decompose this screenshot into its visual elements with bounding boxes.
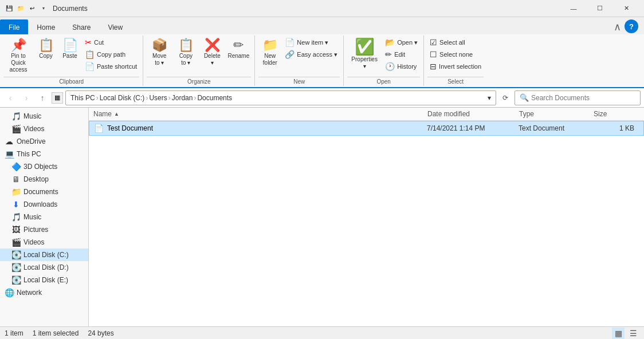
select-all-button[interactable]: ☑ Select all xyxy=(427,37,484,48)
new-folder-label: Newfolder xyxy=(263,53,277,66)
save-icon[interactable]: 💾 xyxy=(5,4,14,13)
videos-quick-icon: 🎬 xyxy=(11,124,21,133)
open-icon: 📂 xyxy=(385,38,395,47)
search-icon: 🔍 xyxy=(520,93,529,102)
copy-path-label: Copy path xyxy=(97,51,125,58)
sidebar-item-this-pc[interactable]: 💻 This PC xyxy=(0,148,88,160)
file-header: Name ▲ Date modified Type Size xyxy=(89,108,644,121)
sidebar-item-3d-objects[interactable]: 🔷 3D Objects xyxy=(0,160,88,173)
cut-button[interactable]: ✂ Cut xyxy=(83,37,139,48)
sidebar-item-videos-quick[interactable]: 🎬 Videos xyxy=(0,123,88,135)
new-item-button[interactable]: 📄 New item ▾ xyxy=(282,37,340,48)
sidebar-item-desktop[interactable]: 🖥 Desktop xyxy=(0,173,88,186)
sidebar-item-network[interactable]: 🌐 Network xyxy=(0,286,88,299)
status-item-count: 1 item xyxy=(5,329,23,337)
sidebar: 🎵 Music 🎬 Videos ☁ OneDrive 💻 This PC 🔷 … xyxy=(0,108,89,326)
easy-access-button[interactable]: 🔗 Easy access ▾ xyxy=(282,49,340,60)
sidebar-item-local-disk-d[interactable]: 💽 Local Disk (D:) xyxy=(0,261,88,274)
copy-button[interactable]: 📋 Copy xyxy=(34,37,57,62)
view-details-button[interactable]: ▦ xyxy=(612,328,625,339)
refresh-button[interactable]: ⟳ xyxy=(498,91,512,105)
path-segment-localdisk[interactable]: Local Disk (C:) xyxy=(100,94,145,102)
tab-share[interactable]: Share xyxy=(64,19,99,34)
help-button[interactable]: ? xyxy=(625,19,638,33)
copy-path-button[interactable]: 📋 Copy path xyxy=(83,49,139,60)
open-label: Open ▾ xyxy=(397,39,418,46)
move-to-label: Move to ▾ xyxy=(150,53,168,66)
sidebar-item-downloads[interactable]: ⬇ Downloads xyxy=(0,198,88,211)
path-segment-users[interactable]: Users xyxy=(149,94,167,102)
file-area: Name ▲ Date modified Type Size 📄 Test Do… xyxy=(89,108,644,326)
sidebar-item-music[interactable]: 🎵 Music xyxy=(0,211,88,223)
tab-view[interactable]: View xyxy=(99,19,131,34)
minimize-button[interactable]: — xyxy=(560,0,587,17)
col-header-date[interactable]: Date modified xyxy=(427,110,519,118)
copy-path-icon: 📋 xyxy=(85,50,95,59)
properties-button[interactable]: ✅ Properties ▾ xyxy=(347,37,382,72)
new-group-label: New xyxy=(258,77,340,85)
copy-icon: 📋 xyxy=(38,39,54,52)
sidebar-item-documents[interactable]: 📁 Documents xyxy=(0,186,88,198)
edit-icon: ✏ xyxy=(385,50,392,59)
nav-back-button[interactable]: ‹ xyxy=(3,91,17,105)
window-title: Documents xyxy=(53,5,88,13)
pin-button[interactable]: 📌 Pin to Quickaccess xyxy=(3,37,33,76)
sidebar-item-pictures[interactable]: 🖼 Pictures xyxy=(0,223,88,236)
undo-icon[interactable]: ↩ xyxy=(28,4,37,13)
folder-icon[interactable]: 📁 xyxy=(16,4,25,13)
col-name-label: Name xyxy=(93,110,112,118)
sidebar-item-onedrive-label: OneDrive xyxy=(17,137,46,145)
tab-file[interactable]: File xyxy=(0,19,28,34)
edit-button[interactable]: ✏ Edit xyxy=(383,49,420,60)
quick-access-toolbar[interactable]: 💾 📁 ↩ ▾ xyxy=(5,4,48,13)
local-disk-e-icon: 💽 xyxy=(11,275,21,285)
file-icon-test-document: 📄 xyxy=(94,124,104,133)
invert-selection-button[interactable]: ⊟ Invert selection xyxy=(427,61,484,72)
move-icon: 📦 xyxy=(152,39,167,52)
sidebar-item-local-disk-e-label: Local Disk (E:) xyxy=(23,276,68,284)
paste-button[interactable]: 📄 Paste xyxy=(58,37,81,62)
maximize-button[interactable]: ☐ xyxy=(587,0,613,17)
history-button[interactable]: 🕐 History xyxy=(383,61,420,72)
select-none-icon: ☐ xyxy=(430,50,437,59)
rename-button[interactable]: ✏ Rename xyxy=(226,37,251,62)
delete-icon: ❌ xyxy=(205,39,220,52)
address-path[interactable]: This PC › Local Disk (C:) › Users › Jord… xyxy=(65,90,496,105)
sidebar-item-local-disk-c[interactable]: 💽 Local Disk (C:) xyxy=(0,249,88,261)
sidebar-item-music-quick[interactable]: 🎵 Music xyxy=(0,110,88,123)
col-header-size[interactable]: Size xyxy=(594,110,639,118)
copy-to-button[interactable]: 📋 Copy to ▾ xyxy=(173,37,198,69)
window-controls[interactable]: — ☐ ✕ xyxy=(560,0,639,17)
open-button[interactable]: 📂 Open ▾ xyxy=(383,37,420,48)
sidebar-item-local-disk-e[interactable]: 💽 Local Disk (E:) xyxy=(0,274,88,286)
paste-shortcut-icon: 📄 xyxy=(85,62,95,71)
nav-up-button[interactable]: ↑ xyxy=(36,91,49,105)
quick-access-dropdown[interactable]: ▾ xyxy=(39,4,48,13)
quick-access-btn[interactable]: ▦ xyxy=(52,92,63,104)
rename-icon: ✏ xyxy=(233,39,244,52)
tab-home[interactable]: Home xyxy=(28,19,64,34)
sidebar-item-videos[interactable]: 🎬 Videos xyxy=(0,236,88,249)
cut-label: Cut xyxy=(94,39,104,46)
paste-shortcut-label: Paste shortcut xyxy=(97,63,137,70)
path-segment-thispc[interactable]: This PC xyxy=(70,94,95,102)
col-header-type[interactable]: Type xyxy=(519,110,594,118)
file-row-test-document[interactable]: 📄 Test Document 7/14/2021 1:14 PM Text D… xyxy=(89,121,644,136)
delete-button[interactable]: ❌ Delete ▾ xyxy=(199,37,225,69)
sidebar-item-onedrive[interactable]: ☁ OneDrive xyxy=(0,135,88,148)
status-view-buttons: ▦ ☰ xyxy=(612,328,639,339)
nav-forward-button[interactable]: › xyxy=(19,91,33,105)
move-to-button[interactable]: 📦 Move to ▾ xyxy=(147,37,172,69)
sidebar-item-videos-label: Videos xyxy=(23,238,44,246)
path-segment-jordan[interactable]: Jordan xyxy=(172,94,193,102)
col-header-name[interactable]: Name ▲ xyxy=(93,110,427,118)
select-none-button[interactable]: ☐ Select none xyxy=(427,49,484,60)
new-folder-button[interactable]: 📁 Newfolder xyxy=(258,37,281,69)
search-box[interactable]: 🔍 xyxy=(515,90,641,105)
paste-shortcut-button[interactable]: 📄 Paste shortcut xyxy=(83,61,139,72)
search-input[interactable] xyxy=(531,94,635,102)
close-button[interactable]: ✕ xyxy=(613,0,639,17)
path-segment-documents[interactable]: Documents xyxy=(197,94,232,102)
ribbon-collapse-btn[interactable]: ∧ xyxy=(614,21,621,33)
view-list-button[interactable]: ☰ xyxy=(627,328,639,339)
